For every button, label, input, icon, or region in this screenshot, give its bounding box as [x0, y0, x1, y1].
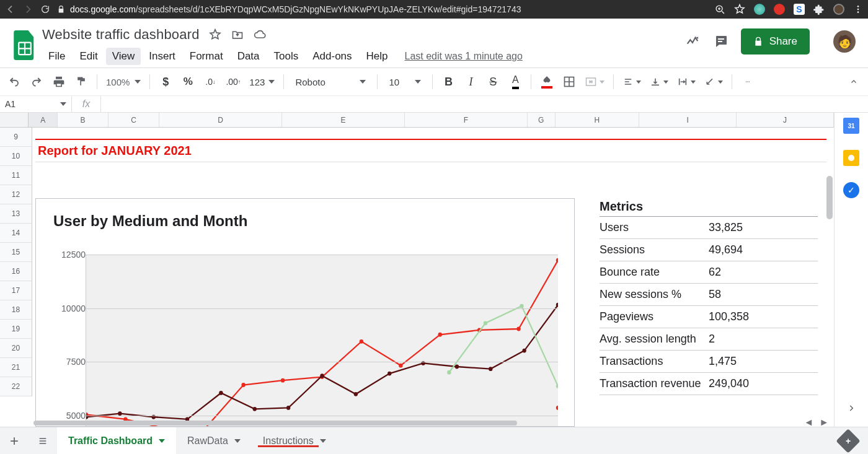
- italic-icon[interactable]: I: [461, 72, 480, 91]
- account-avatar[interactable]: 🧑: [833, 30, 856, 53]
- calendar-icon[interactable]: [843, 118, 859, 134]
- menu-tools[interactable]: Tools: [268, 48, 305, 65]
- last-edit[interactable]: Last edit was 1 minute ago: [405, 51, 523, 62]
- redo-icon[interactable]: [27, 72, 46, 91]
- row-header[interactable]: 21: [0, 358, 32, 377]
- all-sheets-button[interactable]: [29, 427, 57, 454]
- extension-icon[interactable]: S: [794, 4, 805, 15]
- menu-format[interactable]: Format: [184, 48, 229, 65]
- explore-button[interactable]: [836, 429, 861, 453]
- undo-icon[interactable]: [5, 72, 24, 91]
- col-header[interactable]: F: [405, 113, 528, 127]
- reload-icon[interactable]: [40, 4, 51, 15]
- row-header[interactable]: 20: [0, 339, 32, 358]
- back-icon[interactable]: [5, 4, 16, 15]
- row-header[interactable]: 13: [0, 204, 32, 224]
- col-header[interactable]: E: [282, 113, 405, 127]
- move-icon[interactable]: [231, 28, 244, 41]
- star-outline-icon[interactable]: [208, 28, 222, 41]
- extensions-icon[interactable]: [813, 4, 825, 15]
- format-percent-icon[interactable]: %: [179, 72, 197, 91]
- borders-icon[interactable]: [560, 72, 578, 91]
- col-header[interactable]: I: [639, 113, 737, 127]
- show-side-panel-icon[interactable]: [847, 402, 856, 414]
- zoom-select[interactable]: 100%: [104, 72, 143, 91]
- text-color-icon[interactable]: A: [506, 72, 525, 91]
- menu-add-ons[interactable]: Add-ons: [306, 48, 358, 65]
- print-icon[interactable]: [50, 72, 68, 91]
- fill-color-icon[interactable]: [538, 72, 556, 91]
- comments-icon[interactable]: [712, 33, 730, 50]
- menu-insert[interactable]: Insert: [143, 48, 182, 65]
- v-align-icon[interactable]: [647, 72, 671, 91]
- sheet-tab[interactable]: Instructions: [252, 427, 337, 454]
- address-bar[interactable]: docs.google.com/spreadsheets/d/1cXEbRYDq…: [57, 4, 709, 14]
- star-icon[interactable]: [734, 4, 745, 15]
- zoom-icon[interactable]: [715, 4, 725, 15]
- collapse-toolbar-icon[interactable]: [844, 72, 863, 91]
- increase-decimal-icon[interactable]: .00↑: [223, 72, 243, 91]
- row-header[interactable]: 11: [0, 166, 32, 185]
- format-currency-icon[interactable]: $: [156, 72, 175, 91]
- col-header[interactable]: B: [58, 113, 108, 127]
- col-header[interactable]: D: [159, 113, 282, 127]
- sheets-logo[interactable]: [11, 27, 38, 63]
- extension-icon[interactable]: [774, 4, 785, 15]
- row-header[interactable]: 15: [0, 243, 32, 262]
- select-all-corner[interactable]: [0, 113, 29, 127]
- bold-icon[interactable]: B: [439, 72, 458, 91]
- col-header[interactable]: G: [528, 113, 556, 127]
- number-format-select[interactable]: 123: [247, 72, 277, 91]
- menu-help[interactable]: Help: [360, 48, 394, 65]
- row-header[interactable]: 19: [0, 320, 32, 339]
- cloud-icon[interactable]: [253, 28, 267, 41]
- row-header[interactable]: 10: [0, 147, 32, 166]
- sheet-tab[interactable]: RawData: [176, 427, 252, 454]
- font-select[interactable]: Roboto: [290, 72, 371, 91]
- vertical-scrollbar[interactable]: [825, 142, 834, 427]
- tasks-icon[interactable]: ✓: [843, 182, 859, 198]
- col-header[interactable]: A: [29, 113, 57, 127]
- row-header[interactable]: 14: [0, 224, 32, 243]
- col-header[interactable]: J: [737, 113, 834, 127]
- activity-icon[interactable]: [684, 33, 701, 50]
- name-box[interactable]: A1: [0, 96, 72, 112]
- row-header[interactable]: 9: [0, 128, 32, 147]
- extension-icon[interactable]: [754, 4, 765, 15]
- row-header[interactable]: 22: [0, 377, 32, 396]
- decrease-decimal-icon[interactable]: .0↓: [201, 72, 219, 91]
- scroll-arrows[interactable]: ◄ ►: [804, 418, 829, 427]
- merge-icon[interactable]: [582, 72, 607, 91]
- col-header[interactable]: H: [556, 113, 640, 127]
- kebab-icon[interactable]: [853, 4, 863, 14]
- doc-title[interactable]: Website traffic dashboard: [42, 27, 200, 43]
- menu-file[interactable]: File: [42, 48, 71, 65]
- rotate-icon[interactable]: [702, 72, 725, 91]
- formula-input[interactable]: [100, 96, 868, 112]
- wrap-icon[interactable]: [675, 72, 698, 91]
- row-header[interactable]: 18: [0, 300, 32, 320]
- sheet-tab[interactable]: Traffic Dashboard: [57, 427, 176, 454]
- share-button[interactable]: Share: [741, 28, 810, 55]
- more-icon[interactable]: [738, 72, 757, 91]
- grid[interactable]: ABCDEFGHIJ 910111213141516171819202122 R…: [0, 113, 834, 427]
- row-header[interactable]: 16: [0, 262, 32, 281]
- row-header[interactable]: 12: [0, 185, 32, 204]
- strike-icon[interactable]: S: [484, 72, 502, 91]
- svg-point-17: [241, 383, 245, 387]
- forward-icon[interactable]: [22, 4, 33, 15]
- keep-icon[interactable]: [843, 150, 859, 166]
- chart[interactable]: User by Medium and Month 125001000075005…: [35, 198, 575, 427]
- add-sheet-button[interactable]: +: [0, 427, 29, 454]
- menu-data[interactable]: Data: [231, 48, 266, 65]
- row-header[interactable]: 17: [0, 281, 32, 300]
- font-size-select[interactable]: 10: [384, 72, 426, 91]
- profile-avatar[interactable]: [833, 4, 844, 15]
- menu-edit[interactable]: Edit: [73, 48, 104, 65]
- col-header[interactable]: C: [108, 113, 159, 127]
- h-align-icon[interactable]: [620, 72, 644, 91]
- paint-format-icon[interactable]: [72, 72, 91, 91]
- menu-view[interactable]: View: [106, 48, 141, 65]
- sheet-canvas[interactable]: Report for JANUARY 2021 User by Medium a…: [32, 128, 834, 427]
- horizontal-scrollbar[interactable]: [32, 419, 760, 427]
